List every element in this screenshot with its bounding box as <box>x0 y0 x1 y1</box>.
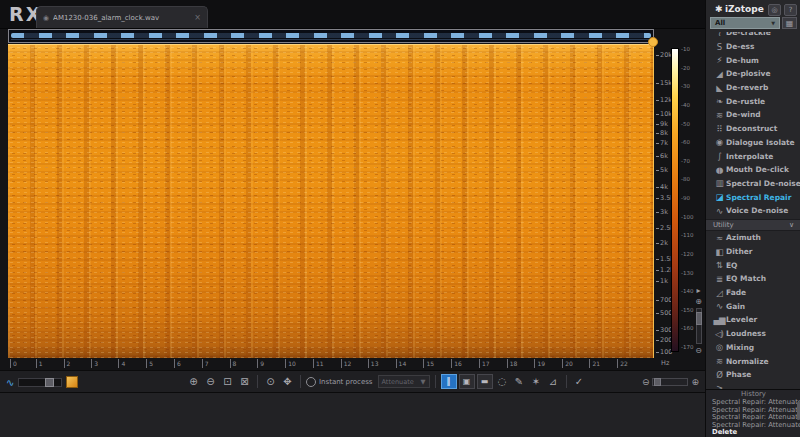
file-tab[interactable]: ◉ AM1230-036_alarm_clock.wav × <box>36 6 208 28</box>
module-label: Mixing <box>726 343 754 352</box>
hzoom-slider[interactable] <box>652 378 688 386</box>
module-label: Mouth De-click <box>726 165 789 174</box>
waveform-overview[interactable] <box>8 29 654 43</box>
vzoom-scrollbar-thumb[interactable] <box>696 312 702 325</box>
module-item[interactable]: ≀ De-crackle <box>706 32 800 40</box>
module-panel: ✱ iZotope ◎ ? All ▼ ▦ ≀ De-crackle S De <box>705 0 800 437</box>
module-item[interactable]: ◣ De-reverb <box>706 81 800 95</box>
vzoom-marker-icon[interactable]: ▸ <box>696 286 700 295</box>
module-item[interactable]: > <box>706 382 800 389</box>
module-grid-view-button[interactable]: ▦ <box>782 17 797 29</box>
time-ruler[interactable]: 012345678910111213141516171819202122 <box>8 358 654 370</box>
blend-slider-thumb[interactable] <box>45 378 54 387</box>
tool-group: ⊕ ⊖ ⊡ ⊠ ⊙ ✥ Instant process Attenuate ▼ … <box>186 374 587 389</box>
amplitude-colorbar[interactable] <box>671 48 679 352</box>
time-tick: 1 <box>36 359 43 368</box>
module-label: Dialogue Isolate <box>726 138 795 147</box>
frequency-tick: 4k <box>656 183 668 191</box>
frequency-tick: 15k <box>656 79 672 87</box>
time-tick: 16 <box>451 359 462 368</box>
module-item[interactable]: ▥ Spectral De-noise <box>706 177 800 191</box>
settings-button[interactable]: ◎ <box>768 4 781 16</box>
zoom-out-button[interactable]: ⊖ <box>203 374 218 389</box>
module-item[interactable]: ⇅ EQ <box>706 258 800 272</box>
module-item[interactable]: ⠿ Deconstruct <box>706 122 800 136</box>
time-tick: 2 <box>64 359 71 368</box>
module-item[interactable]: ▄▆ Leveler <box>706 313 800 327</box>
module-item[interactable]: ≋ Normalize <box>706 354 800 368</box>
hzoom-out-icon[interactable]: ⊖ <box>642 377 650 387</box>
frequency-axis-unit: Hz <box>661 359 669 367</box>
find-similar-button[interactable]: ⊿ <box>546 374 561 389</box>
module-icon: ❧ <box>712 96 726 106</box>
lasso-tool-button[interactable]: ◌ <box>495 374 510 389</box>
zoom-in-button[interactable]: ⊕ <box>186 374 201 389</box>
vzoom-out-icon[interactable]: ⊖ <box>695 346 702 355</box>
time-tick: 10 <box>285 359 296 368</box>
magnifier-tool-button[interactable]: ⊙ <box>263 374 278 389</box>
module-item[interactable]: Ø Phase <box>706 368 800 382</box>
module-item[interactable]: ∫ Interpolate <box>706 149 800 163</box>
tab-close-icon[interactable]: × <box>194 13 201 22</box>
module-item[interactable]: ∿ Voice De-noise <box>706 204 800 218</box>
module-icon: ≣ <box>712 274 726 284</box>
spectrogram-display[interactable] <box>8 44 654 359</box>
spectrogram-blend-icon <box>66 376 78 388</box>
module-item[interactable]: ◢ De-plosive <box>706 67 800 81</box>
vzoom-in-icon[interactable]: ⊕ <box>695 297 702 306</box>
brush-tool-button[interactable]: ✎ <box>512 374 527 389</box>
izotope-brand-name: iZotope <box>725 4 764 14</box>
module-item[interactable]: ⚡ De-hum <box>706 53 800 67</box>
frequency-tick: 20k <box>656 51 672 59</box>
module-item[interactable]: ◧ Dither <box>706 245 800 259</box>
help-button[interactable]: ? <box>784 4 797 16</box>
toolbar-separator <box>566 375 567 388</box>
module-item[interactable]: S De-ess <box>706 40 800 54</box>
frequency-selection-tool[interactable]: ▬ <box>477 374 493 389</box>
module-item[interactable]: ◪ Spectral Repair <box>706 190 800 204</box>
colorbar-label: -110 <box>681 232 697 238</box>
module-item[interactable]: ◎ Mixing <box>706 341 800 355</box>
module-item[interactable]: ∿ Gain <box>706 299 800 313</box>
blend-slider[interactable] <box>18 378 62 387</box>
instant-process-dropdown[interactable]: Attenuate ▼ <box>378 375 430 388</box>
frequency-tick: 7k <box>656 139 668 147</box>
module-item[interactable]: ❧ De-rustle <box>706 94 800 108</box>
colorbar-label: -60 <box>681 139 697 145</box>
zoom-fit-button[interactable]: ⊠ <box>237 374 252 389</box>
time-frequency-selection-tool[interactable]: ▣ <box>459 374 475 389</box>
chevron-down-icon: ∨ <box>789 221 794 229</box>
module-item[interactable]: ◉ Dialogue Isolate <box>706 136 800 150</box>
hzoom-slider-thumb[interactable] <box>654 378 661 386</box>
module-item[interactable]: ◖◗ Mouth De-click <box>706 163 800 177</box>
time-selection-tool[interactable]: ‖ <box>441 374 457 389</box>
commit-check-icon[interactable]: ✓ <box>572 374 587 389</box>
module-item[interactable]: ◿ Fade <box>706 286 800 300</box>
module-item[interactable]: ≋ De-wind <box>706 108 800 122</box>
colorbar-label: -50 <box>681 121 697 127</box>
module-item[interactable]: ≈ Azimuth <box>706 231 800 245</box>
module-icon: ≈ <box>712 233 726 243</box>
module-filter-dropdown[interactable]: All ▼ <box>710 17 780 29</box>
grab-tool-button[interactable]: ✥ <box>280 374 295 389</box>
module-icon: ≀ <box>712 32 726 38</box>
instant-process-toggle[interactable]: Instant process <box>306 377 373 387</box>
module-item[interactable]: ◁) Loudness <box>706 327 800 341</box>
title-bar: RX ◉ AM1230-036_alarm_clock.wav × <box>0 0 800 29</box>
module-icon: ◿ <box>712 288 726 298</box>
module-label: De-hum <box>726 56 759 65</box>
colorbar-label: -10 <box>681 46 697 52</box>
tab-state-icon: ◉ <box>43 14 49 22</box>
utility-section-header[interactable]: Utility ∨ <box>706 219 800 231</box>
zoom-selection-button[interactable]: ⊡ <box>220 374 235 389</box>
time-tick: 15 <box>423 359 434 368</box>
magic-wand-tool-button[interactable]: ✶ <box>529 374 544 389</box>
frequency-tick: 1k <box>656 277 668 285</box>
vzoom-scrollbar[interactable] <box>696 308 702 344</box>
hzoom-in-icon[interactable]: ⊕ <box>691 377 699 387</box>
module-item[interactable]: ≣ EQ Match <box>706 272 800 286</box>
playhead-marker[interactable] <box>648 37 658 47</box>
overview-waveform-blobs <box>11 33 651 38</box>
frequency-tick: 9k <box>656 120 668 128</box>
history-entry[interactable]: Delete <box>706 429 800 437</box>
